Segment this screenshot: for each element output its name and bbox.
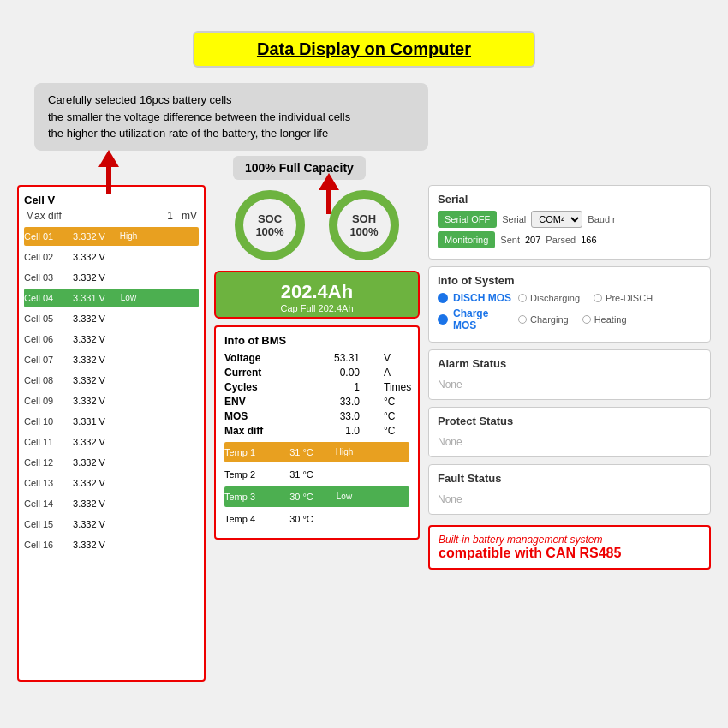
- disch-label: DISCH MOS: [453, 292, 513, 304]
- temp-row: Temp 3 30 °C Low: [224, 486, 409, 507]
- soc-circle: SOC 100%: [231, 187, 308, 264]
- cell-row: Cell 03 3.332 V: [24, 268, 199, 287]
- alarm-section: Alarm Status None: [428, 349, 711, 400]
- bms-data-row: Current 0.00 A: [224, 367, 409, 379]
- cell-panel-title: Cell V: [24, 194, 199, 206]
- charge-mos-row: Charge MOS Charging Heating: [438, 307, 701, 331]
- cell-row: Cell 08 3.332 V: [24, 371, 199, 390]
- bms-data-row: ENV 33.0 °C: [224, 396, 409, 408]
- monitoring-button[interactable]: Monitoring: [438, 231, 495, 248]
- heating-radio-circle: [582, 315, 591, 324]
- serial-section: Serial Serial OFF Serial COM4 Baud r Mon…: [428, 185, 711, 260]
- fault-section: Fault Status None: [428, 464, 711, 515]
- arrow-desc-to-cells: [98, 150, 119, 194]
- pre-disch-radio-circle: [594, 294, 602, 302]
- protect-section: Protect Status None: [428, 407, 711, 457]
- cell-row: Cell 05 3.332 V: [24, 309, 199, 328]
- cell-row: Cell 07 3.332 V: [24, 350, 199, 369]
- protect-value: None: [438, 433, 701, 450]
- desc-line2: the smaller the voltage difference betwe…: [48, 109, 415, 126]
- page-title: Data Display on Computer: [193, 31, 535, 68]
- cell-row: Cell 13 3.332 V: [24, 474, 199, 492]
- charging-radio: Charging: [518, 314, 569, 325]
- temp-row: Temp 4 30 °C: [224, 509, 409, 529]
- temp-table: Temp 1 31 °C High Temp 2 31 °C Temp 3 30…: [224, 442, 409, 529]
- built-in-line1: Built-in battery management system: [439, 534, 701, 546]
- cell-row: Cell 10 3.331 V: [24, 412, 199, 431]
- right-panel: Serial Serial OFF Serial COM4 Baud r Mon…: [428, 185, 711, 570]
- bms-data-row: Max diff 1.0 °C: [224, 425, 409, 437]
- disch-mos-row: DISCH MOS Discharging Pre-DISCH: [438, 292, 701, 304]
- full-capacity-label: 100% Full Capacity: [233, 156, 366, 180]
- protect-title: Protect Status: [438, 415, 701, 427]
- svg-text:100%: 100%: [255, 225, 284, 238]
- svg-text:SOH: SOH: [352, 212, 376, 225]
- cell-row: Cell 04 3.331 V Low: [24, 289, 199, 307]
- serial-row2: Monitoring Sent 207 Parsed 166: [438, 231, 701, 248]
- middle-panel: SOC 100% SOH 100% 202.4Ah Cap Full 202.4…: [214, 185, 420, 540]
- cell-row: Cell 11 3.332 V: [24, 433, 199, 451]
- bms-rows: Voltage 53.31 V Current 0.00 A Cycles 1 …: [224, 352, 409, 437]
- serial-com-select[interactable]: COM4: [531, 211, 582, 228]
- cell-row: Cell 06 3.332 V: [24, 330, 199, 349]
- ah-box: 202.4Ah Cap Full 202.4Ah: [214, 271, 420, 319]
- cell-row: Cell 12 3.332 V: [24, 453, 199, 472]
- alarm-title: Alarm Status: [438, 357, 701, 370]
- temp-row: Temp 1 31 °C High: [224, 442, 409, 462]
- bms-data-row: Voltage 53.31 V: [224, 352, 409, 364]
- bms-title: Info of BMS: [224, 334, 409, 347]
- desc-line3: the higher the utilization rate of the b…: [48, 125, 415, 142]
- bms-data-row: MOS 33.0 °C: [224, 410, 409, 422]
- charge-dot: [438, 314, 448, 325]
- serial-title: Serial: [438, 193, 701, 206]
- temp-row: Temp 2 31 °C: [224, 464, 409, 485]
- desc-line1: Carefully selected 16pcs battery cells: [48, 92, 415, 109]
- cell-rows: Cell 01 3.332 V High Cell 02 3.332 V Cel…: [24, 227, 199, 554]
- fault-value: None: [438, 490, 701, 507]
- svg-text:100%: 100%: [349, 225, 379, 238]
- bms-panel: Info of BMS Voltage 53.31 V Current 0.00…: [214, 325, 420, 540]
- built-in-line2: compatible with CAN RS485: [439, 546, 701, 561]
- bms-data-row: Cycles 1 Times: [224, 381, 409, 393]
- cell-panel: Cell V Max diff 1 mV Cell 01 3.332 V Hig…: [17, 185, 206, 682]
- arrow-to-circles: [319, 173, 339, 214]
- circles-row: SOC 100% SOH 100%: [214, 187, 420, 264]
- cell-row: Cell 16 3.332 V: [24, 535, 199, 554]
- heating-radio: Heating: [582, 314, 627, 325]
- charge-label: Charge MOS: [453, 307, 513, 331]
- built-in-box: Built-in battery management system compa…: [428, 525, 711, 570]
- cell-row: Cell 02 3.332 V: [24, 248, 199, 266]
- discharging-radio: Discharging: [518, 293, 580, 303]
- info-system-title: Info of System: [438, 274, 701, 287]
- cell-row: Cell 14 3.332 V: [24, 494, 199, 513]
- cell-max-diff: Max diff 1 mV: [24, 210, 199, 222]
- cell-row: Cell 15 3.332 V: [24, 515, 199, 534]
- disch-dot: [438, 293, 448, 303]
- serial-off-button[interactable]: Serial OFF: [438, 211, 497, 228]
- svg-text:SOC: SOC: [258, 212, 283, 225]
- description-box: Carefully selected 16pcs battery cells t…: [34, 83, 428, 151]
- charging-radio-circle: [518, 315, 527, 324]
- alarm-value: None: [438, 375, 701, 392]
- discharging-radio-circle: [518, 294, 527, 302]
- info-system-section: Info of System DISCH MOS Discharging Pre…: [428, 266, 711, 343]
- fault-title: Fault Status: [438, 472, 701, 485]
- cell-row: Cell 09 3.332 V: [24, 391, 199, 410]
- pre-disch-radio: Pre-DISCH: [594, 293, 653, 303]
- serial-row1: Serial OFF Serial COM4 Baud r: [438, 211, 701, 228]
- can-rs485-highlight: CAN RS485: [546, 546, 621, 560]
- cell-row: Cell 01 3.332 V High: [24, 227, 199, 246]
